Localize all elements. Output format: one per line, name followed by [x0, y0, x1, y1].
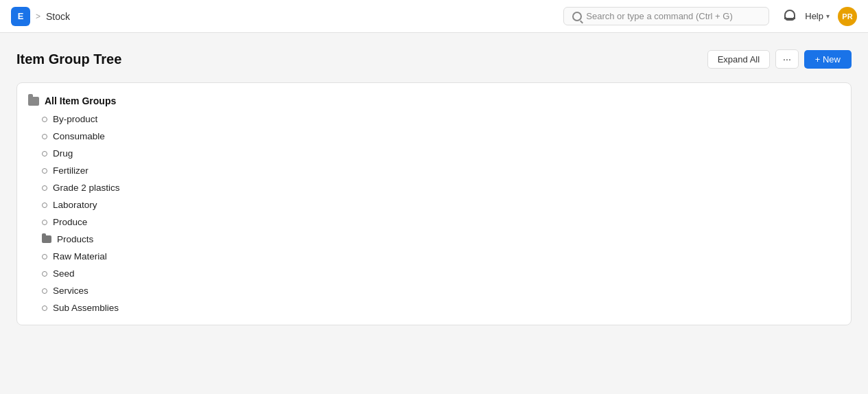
header-actions: Expand All ··· + New	[707, 49, 852, 69]
item-label: Sub Assemblies	[53, 303, 119, 313]
root-label: All Item Groups	[45, 95, 116, 106]
app-icon[interactable]: E	[11, 7, 30, 26]
circle-icon	[42, 117, 47, 122]
folder-icon	[28, 97, 39, 106]
list-item[interactable]: Seed	[17, 265, 851, 282]
item-label: Raw Material	[53, 251, 107, 262]
more-options-button[interactable]: ···	[775, 49, 799, 69]
nav-right: Help ▾ PR	[783, 7, 857, 26]
tree-items: By-productConsumableDrugFertilizerGrade …	[17, 111, 851, 316]
list-item[interactable]: By-product	[17, 111, 851, 128]
list-item[interactable]: Produce	[17, 213, 851, 231]
list-item[interactable]: Grade 2 plastics	[17, 179, 851, 196]
search-placeholder: Search or type a command (Ctrl + G)	[586, 11, 733, 21]
tree-container: All Item Groups By-productConsumableDrug…	[16, 82, 852, 325]
circle-icon	[42, 151, 47, 157]
circle-icon	[42, 305, 47, 311]
list-item[interactable]: Laboratory	[17, 196, 851, 213]
bell-shape	[784, 10, 795, 19]
circle-icon	[42, 220, 47, 225]
list-item[interactable]: Consumable	[17, 128, 851, 145]
page-title: Item Group Tree	[16, 51, 121, 67]
search-bar[interactable]: Search or type a command (Ctrl + G)	[563, 7, 769, 25]
topnav: E > Stock Search or type a command (Ctrl…	[0, 0, 868, 33]
expand-all-button[interactable]: Expand All	[707, 50, 770, 69]
circle-icon	[42, 202, 47, 208]
list-item[interactable]: Sub Assemblies	[17, 299, 851, 316]
item-label: Grade 2 plastics	[53, 183, 120, 193]
item-label: Fertilizer	[53, 165, 89, 176]
folder-icon	[42, 235, 51, 243]
bell-icon[interactable]	[783, 10, 797, 23]
item-label: Drug	[53, 148, 73, 159]
item-label: Seed	[53, 268, 75, 279]
list-item[interactable]: Fertilizer	[17, 162, 851, 179]
chevron-down-icon: ▾	[826, 12, 830, 20]
main-content: Item Group Tree Expand All ··· + New All…	[0, 33, 868, 325]
item-label: Services	[53, 286, 89, 296]
list-item[interactable]: Products	[17, 231, 851, 248]
tree-root[interactable]: All Item Groups	[17, 91, 851, 111]
breadcrumb-arrow: >	[36, 12, 40, 21]
item-label: Laboratory	[53, 200, 97, 210]
breadcrumb-label[interactable]: Stock	[46, 11, 70, 22]
circle-icon	[42, 134, 47, 139]
circle-icon	[42, 288, 47, 294]
new-button[interactable]: + New	[804, 50, 852, 69]
page-header: Item Group Tree Expand All ··· + New	[16, 49, 852, 69]
item-label: Products	[57, 234, 93, 244]
circle-icon	[42, 185, 47, 191]
circle-icon	[42, 168, 47, 174]
list-item[interactable]: Drug	[17, 145, 851, 162]
search-icon	[572, 12, 582, 21]
help-button[interactable]: Help ▾	[805, 11, 830, 21]
item-label: By-product	[53, 114, 97, 124]
list-item[interactable]: Services	[17, 282, 851, 299]
circle-icon	[42, 254, 47, 259]
item-label: Produce	[53, 217, 87, 227]
item-label: Consumable	[53, 131, 105, 141]
list-item[interactable]: Raw Material	[17, 248, 851, 265]
circle-icon	[42, 271, 47, 277]
avatar[interactable]: PR	[838, 7, 857, 26]
